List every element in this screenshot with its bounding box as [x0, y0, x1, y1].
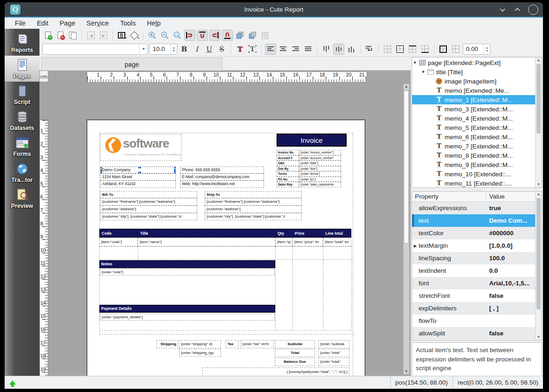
logo-item[interactable]: software Innovative Software Solutions F… — [100, 134, 181, 161]
item-price-cell[interactable]: [item."price" #n — [292, 238, 323, 246]
tree-item-image[interactable]: image [ImageItem] — [412, 77, 535, 86]
item-code-cell[interactable]: [item."code"] — [99, 238, 138, 246]
spinner-arrows-icon[interactable]: ▲▼ — [484, 44, 490, 54]
tree-item-memo[interactable]: T memo [Extended::Me... — [412, 86, 535, 95]
italic-button[interactable]: I — [191, 44, 202, 55]
property-value[interactable]: false — [486, 330, 535, 337]
property-value[interactable]: Arial,10,-1,5... — [486, 280, 535, 287]
scroll-down-icon[interactable]: ▼ — [536, 334, 542, 340]
resize-handle[interactable] — [100, 169, 102, 174]
grid-toggle-button[interactable] — [259, 30, 271, 41]
expander-icon[interactable]: ▼ — [412, 60, 418, 65]
raise-item-button[interactable] — [234, 30, 245, 41]
tax-value[interactable]: [order."tax" #n% — [240, 340, 274, 348]
snap-left-button[interactable] — [184, 30, 195, 41]
money-spell-value[interactable]: ( [moneySpell(order."total", ", ", 'm')]… — [202, 367, 349, 376]
memo-company-city[interactable]: Ashland, KY 41102 — [100, 180, 176, 188]
balance-due-label[interactable]: Balance Due — [275, 358, 315, 366]
shipping-type-value[interactable]: [order."shipping_typ — [179, 349, 221, 357]
property-row[interactable]: textIndent 0.0 — [412, 264, 535, 277]
underline-button[interactable]: U — [204, 44, 215, 55]
prev-page-button[interactable]: ◀ — [85, 30, 97, 41]
item-name-cell[interactable]: [item."name"] — [138, 238, 275, 246]
zoom-out-button[interactable] — [159, 30, 170, 41]
text-effects-button[interactable]: T — [247, 44, 258, 55]
order-info-row[interactable]: Invoice No. [order."invoice_number"] — [277, 150, 341, 155]
subtotal-label[interactable]: Subtotal — [275, 340, 315, 348]
property-row[interactable]: lineSpacing 100.0 — [412, 252, 535, 264]
property-value[interactable]: [ , ] — [486, 305, 535, 312]
copy-page-button[interactable] — [67, 30, 78, 41]
property-row[interactable]: ▶ textMargin [1.0,0.0] — [412, 239, 535, 252]
total-label[interactable]: Total — [275, 349, 315, 357]
property-editor[interactable]: Property Value allowExpressions true — [412, 191, 542, 341]
chevron-down-icon[interactable]: ▼ — [139, 44, 148, 54]
order-info-row[interactable]: Due By [order."due"] — [277, 166, 341, 172]
shipping-value[interactable]: [order."shipping" #( — [179, 340, 221, 348]
memo-company-name-selected[interactable]: Demo Company — [100, 167, 176, 174]
item-qty-cell[interactable]: [item."qt — [275, 238, 292, 246]
ship-to-line[interactable]: [customer."city"], [customer."state"] [c… — [205, 213, 302, 220]
property-scrollbar[interactable]: ▲ ▼ — [535, 192, 542, 340]
menu-page[interactable]: Page — [55, 19, 80, 28]
border-top-button[interactable] — [407, 44, 418, 55]
shipping-label[interactable]: Shipping — [156, 340, 178, 348]
property-value[interactable]: 0.0 — [486, 267, 535, 274]
property-row[interactable]: allowExpressions true — [412, 202, 535, 214]
memo-web[interactable]: Web: http://www.ksoftware.net — [180, 180, 264, 188]
resize-handle[interactable] — [174, 167, 176, 168]
payment-details-value[interactable]: [order."payment_details"] — [100, 314, 275, 321]
property-value[interactable]: true — [486, 205, 535, 212]
tree-item-memo[interactable]: T memo_6 [Extended::M... — [412, 132, 535, 141]
snap-top-button[interactable] — [197, 30, 208, 41]
align-left-button[interactable] — [265, 44, 276, 55]
menu-tools[interactable]: Tools — [116, 19, 141, 28]
payment-details-header[interactable]: Payment Details — [99, 305, 275, 313]
scroll-up-icon[interactable]: ▲ — [536, 192, 542, 197]
scrollbar-thumb[interactable] — [536, 64, 541, 134]
order-info-row[interactable]: Date [order."date"] — [277, 161, 341, 166]
font-size-spinner[interactable]: 10.0 ▲▼ — [149, 44, 177, 55]
sidebar-item-forms[interactable]: Forms — [5, 134, 39, 160]
tax-label[interactable]: Tax — [226, 340, 239, 348]
panel-splitter-handle[interactable]: ······ — [412, 188, 542, 191]
text-flow-button[interactable] — [364, 44, 375, 55]
property-value[interactable]: [1.0,0.0] — [486, 242, 535, 249]
scroll-down-icon[interactable]: ▼ — [403, 369, 409, 374]
sidebar-item-script[interactable]: Script — [5, 82, 39, 108]
border-bottom-button[interactable] — [420, 44, 431, 55]
menu-file[interactable]: File — [10, 19, 30, 28]
close-icon[interactable] — [528, 5, 538, 15]
sidebar-item-pages[interactable]: Pages — [5, 56, 39, 82]
sidebar-item-preview[interactable]: Preview — [5, 186, 39, 212]
property-value[interactable]: 100.0 — [486, 255, 535, 262]
resize-handle[interactable] — [100, 167, 102, 168]
menu-help[interactable]: Help — [142, 19, 165, 28]
invoice-title-item[interactable]: Invoice — [277, 134, 347, 147]
border-clear-button[interactable] — [450, 44, 461, 55]
property-row[interactable]: stretchFont false — [412, 289, 535, 302]
ship-to-header[interactable]: Ship To — [205, 191, 302, 198]
menu-edit[interactable]: Edit — [32, 19, 53, 28]
property-row[interactable]: flowTo — [412, 315, 535, 327]
canvas-vertical-scrollbar[interactable]: ▲ ▼ — [403, 84, 410, 375]
memo-email[interactable]: E-Mail: company@democompany.com — [180, 174, 264, 180]
object-tree[interactable]: ▼ page [Extended::PageExt] ▼ title [Titl… — [412, 57, 542, 188]
subtotal-value[interactable]: [order."subtota — [318, 340, 349, 348]
tree-item-title[interactable]: ▼ title [Title] — [412, 67, 535, 77]
tab-page[interactable]: page — [41, 58, 222, 71]
maximize-icon[interactable] — [513, 6, 522, 14]
border-width-spinner[interactable]: 0.00 ▲▼ — [463, 44, 491, 55]
zoom-in-button[interactable] — [147, 30, 158, 41]
tree-item-memo[interactable]: T memo_9 [Extended::M... — [412, 160, 535, 169]
minimize-icon[interactable] — [498, 6, 507, 14]
sidebar-item-reports[interactable]: Reports — [5, 30, 39, 56]
report-page[interactable]: software Innovative Software Solutions F… — [87, 120, 365, 376]
property-value[interactable]: false — [486, 292, 535, 299]
snap-right-button[interactable] — [209, 30, 220, 41]
order-info-row[interactable]: Account # [order."account_number" — [277, 155, 341, 161]
titlebar[interactable]: Q Invoice - Cute Report — [5, 2, 543, 17]
memo-company-street[interactable]: 1234 Main Street — [100, 174, 176, 180]
border-none-button[interactable] — [382, 44, 393, 55]
resize-handle[interactable] — [174, 169, 176, 174]
